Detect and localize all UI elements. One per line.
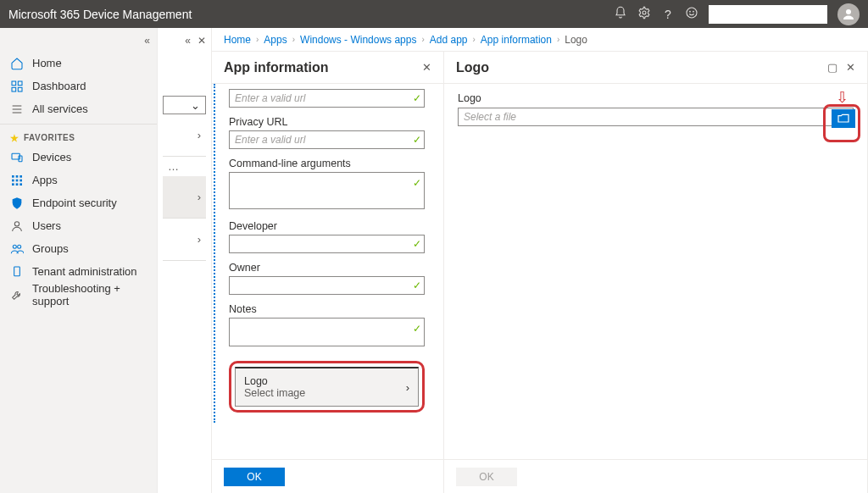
ok-button[interactable]: OK bbox=[224, 468, 285, 486]
crumb-apps[interactable]: Apps bbox=[264, 34, 287, 46]
svg-rect-21 bbox=[16, 183, 19, 186]
avatar[interactable] bbox=[837, 3, 860, 25]
nav-home-label: Home bbox=[32, 57, 62, 69]
svg-rect-19 bbox=[19, 179, 22, 181]
app-info-title: App information bbox=[224, 60, 329, 75]
notes-input[interactable] bbox=[229, 318, 425, 346]
feedback-icon[interactable] bbox=[680, 6, 704, 22]
close-icon[interactable]: ✕ bbox=[422, 61, 431, 74]
nav-favorites-header: FAVORITES bbox=[0, 128, 157, 146]
nav-all-services-label: All services bbox=[32, 102, 88, 115]
app-title: Microsoft 365 Device Management bbox=[8, 8, 192, 21]
developer-label: Developer bbox=[229, 220, 425, 232]
cmd-args-input[interactable] bbox=[229, 172, 425, 209]
notifications-icon[interactable] bbox=[609, 6, 632, 22]
callout-annotation: ⇩ bbox=[823, 104, 860, 142]
svg-point-3 bbox=[693, 11, 694, 12]
crumb-app-info[interactable]: App information bbox=[481, 34, 552, 46]
callout-annotation: Logo Select image › bbox=[229, 361, 425, 413]
notes-label: Notes bbox=[229, 303, 425, 315]
crumb-windows[interactable]: Windows - Windows apps bbox=[300, 34, 416, 46]
nav-tenant-admin-label: Tenant administration bbox=[32, 265, 137, 278]
check-icon: ✓ bbox=[413, 238, 421, 250]
nav-devices-label: Devices bbox=[32, 151, 71, 163]
collapse-blade-icon[interactable]: « bbox=[185, 35, 191, 47]
list-row[interactable]: › bbox=[163, 114, 206, 157]
svg-rect-14 bbox=[12, 175, 14, 178]
crumb-home[interactable]: Home bbox=[224, 34, 251, 46]
list-row[interactable]: › bbox=[163, 219, 206, 261]
svg-rect-17 bbox=[12, 179, 14, 181]
check-icon: ✓ bbox=[413, 280, 421, 291]
svg-point-25 bbox=[18, 245, 21, 248]
privacy-url-input[interactable] bbox=[229, 130, 425, 149]
search-input[interactable] bbox=[709, 5, 827, 24]
logo-select-row[interactable]: Logo Select image › bbox=[235, 367, 419, 407]
svg-rect-18 bbox=[16, 179, 19, 181]
crumb-add-app[interactable]: Add app bbox=[430, 34, 468, 46]
svg-point-24 bbox=[13, 245, 16, 248]
nav-tenant-admin[interactable]: Tenant administration bbox=[0, 260, 157, 283]
chevron-right-icon: › bbox=[198, 129, 201, 141]
maximize-icon[interactable]: ▢ bbox=[827, 61, 837, 74]
owner-input[interactable] bbox=[229, 276, 425, 295]
close-blade-icon[interactable]: ✕ bbox=[198, 35, 206, 47]
list-row-divider: … bbox=[163, 157, 206, 176]
svg-rect-22 bbox=[19, 183, 22, 186]
logo-title: Logo bbox=[456, 60, 489, 75]
svg-rect-7 bbox=[12, 87, 16, 91]
crumb-current: Logo bbox=[565, 34, 587, 46]
browse-file-button[interactable] bbox=[832, 109, 855, 128]
help-icon[interactable]: ? bbox=[656, 8, 680, 21]
left-nav: « Home Dashboard All services FAVORITES … bbox=[0, 28, 158, 493]
arrow-down-icon: ⇩ bbox=[836, 88, 849, 107]
privacy-url-label: Privacy URL bbox=[229, 116, 425, 128]
check-icon: ✓ bbox=[413, 177, 421, 189]
nav-groups-label: Groups bbox=[32, 242, 69, 255]
logo-row-sub: Select image bbox=[244, 387, 305, 399]
svg-rect-16 bbox=[19, 175, 22, 178]
check-icon: ✓ bbox=[413, 134, 421, 146]
developer-input[interactable] bbox=[229, 235, 425, 253]
nav-users[interactable]: Users bbox=[0, 214, 157, 237]
nav-apps[interactable]: Apps bbox=[0, 169, 157, 191]
check-icon: ✓ bbox=[413, 92, 421, 104]
nav-devices[interactable]: Devices bbox=[0, 146, 157, 169]
nav-all-services[interactable]: All services bbox=[0, 97, 157, 120]
collapse-nav-icon[interactable]: « bbox=[144, 35, 150, 47]
nav-groups[interactable]: Groups bbox=[0, 237, 157, 260]
app-information-blade: App information ✕ ✓ Privacy URL bbox=[212, 52, 444, 493]
svg-rect-15 bbox=[16, 175, 19, 178]
close-icon[interactable]: ✕ bbox=[846, 61, 855, 74]
check-icon: ✓ bbox=[413, 323, 421, 335]
chevron-right-icon: › bbox=[406, 381, 409, 394]
svg-rect-5 bbox=[12, 81, 16, 86]
nav-apps-label: Apps bbox=[32, 174, 58, 186]
chevron-down-icon: ⌄ bbox=[191, 99, 200, 112]
nav-home[interactable]: Home bbox=[0, 52, 157, 75]
svg-point-4 bbox=[846, 9, 851, 14]
svg-point-2 bbox=[690, 11, 691, 12]
nav-dashboard-label: Dashboard bbox=[32, 80, 86, 92]
nav-endpoint-security-label: Endpoint security bbox=[32, 197, 117, 209]
nav-endpoint-security[interactable]: Endpoint security bbox=[0, 191, 157, 214]
top-bar: Microsoft 365 Device Management ? bbox=[0, 0, 868, 28]
nav-troubleshoot[interactable]: Troubleshooting + support bbox=[0, 283, 157, 306]
nav-troubleshoot-label: Troubleshooting + support bbox=[32, 282, 147, 307]
info-url-input[interactable] bbox=[229, 89, 425, 108]
svg-rect-20 bbox=[12, 183, 14, 186]
svg-rect-8 bbox=[18, 87, 22, 91]
settings-icon[interactable] bbox=[632, 6, 656, 22]
list-row[interactable]: › bbox=[163, 176, 206, 219]
svg-rect-13 bbox=[19, 156, 22, 162]
svg-point-23 bbox=[14, 221, 19, 225]
svg-rect-26 bbox=[14, 267, 20, 276]
cmd-args-label: Command-line arguments bbox=[229, 158, 425, 169]
ok-button-disabled: OK bbox=[456, 468, 517, 486]
dropdown[interactable]: ⌄ bbox=[163, 96, 206, 114]
logo-blade: Logo ▢ ✕ Logo ⇩ bbox=[444, 52, 868, 493]
logo-row-label: Logo bbox=[244, 375, 305, 387]
svg-point-1 bbox=[687, 8, 697, 18]
nav-dashboard[interactable]: Dashboard bbox=[0, 75, 157, 97]
logo-file-input[interactable] bbox=[458, 108, 854, 126]
